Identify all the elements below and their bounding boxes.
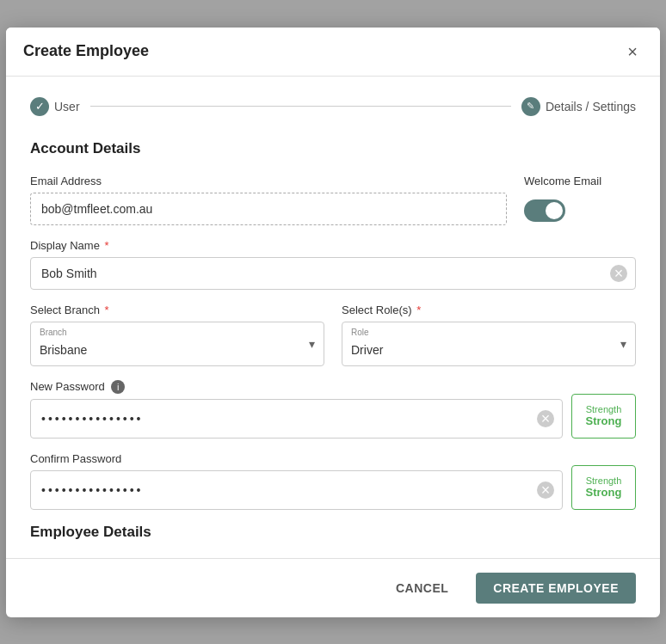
employee-details-title: Employee Details <box>30 524 636 541</box>
branch-role-row: Select Branch * Branch Brisbane ▾ Select… <box>30 304 636 366</box>
display-name-input[interactable] <box>30 257 636 290</box>
confirm-password-clear-button[interactable]: × <box>537 481 554 499</box>
branch-group: Select Branch * Branch Brisbane ▾ <box>30 304 324 366</box>
stepper: ✓ User ✎ Details / Settings <box>30 97 636 116</box>
step-line <box>90 106 511 107</box>
display-name-clear-button[interactable]: × <box>610 265 627 282</box>
branch-label: Select Branch * <box>30 304 324 316</box>
confirm-password-input-wrap: × <box>30 470 563 510</box>
step-1-label: User <box>54 100 80 113</box>
step-1: ✓ User <box>30 97 80 116</box>
modal-footer: CANCEL CREATE EMPLOYEE <box>6 558 660 617</box>
email-input[interactable] <box>30 193 507 225</box>
cancel-button[interactable]: CANCEL <box>382 574 462 602</box>
new-password-input-wrap: × <box>30 399 563 439</box>
welcome-email-label: Welcome Email <box>524 175 601 187</box>
role-chevron-icon: ▾ <box>620 337 626 351</box>
new-password-row: New Password i × Strength Strong <box>30 380 636 439</box>
modal-body: ✓ User ✎ Details / Settings Account Deta… <box>6 77 660 541</box>
display-name-input-wrap: × <box>30 257 636 290</box>
close-button[interactable]: × <box>622 41 643 62</box>
new-password-input[interactable] <box>30 399 563 439</box>
step-2-label: Details / Settings <box>546 100 636 113</box>
confirm-password-label: Confirm Password <box>30 452 563 465</box>
modal-header: Create Employee × <box>6 28 660 77</box>
email-label: Email Address <box>30 175 507 187</box>
modal-title: Create Employee <box>23 42 149 60</box>
branch-select[interactable]: Branch Brisbane ▾ <box>30 322 324 366</box>
role-label: Select Role(s) * <box>342 304 636 316</box>
role-group: Select Role(s) * Role Driver ▾ <box>342 304 636 366</box>
email-welcome-row: Email Address Welcome Email <box>30 175 636 225</box>
step-2: ✎ Details / Settings <box>521 97 636 116</box>
new-password-clear-button[interactable]: × <box>537 410 554 427</box>
create-employee-button[interactable]: CREATE EMPLOYEE <box>476 573 636 604</box>
confirm-password-group: Confirm Password × <box>30 452 563 510</box>
display-name-label: Display Name * <box>30 239 636 252</box>
branch-value: Brisbane <box>40 340 296 357</box>
branch-chevron-icon: ▾ <box>309 337 315 351</box>
password-info-icon: i <box>111 380 125 394</box>
role-select[interactable]: Role Driver ▾ <box>342 322 636 366</box>
confirm-password-input[interactable] <box>30 470 563 510</box>
new-password-label: New Password i <box>30 380 563 394</box>
branch-sublabel: Branch <box>40 328 67 337</box>
new-password-group: New Password i × <box>30 380 563 439</box>
welcome-email-toggle[interactable] <box>524 199 565 222</box>
new-password-strength-value: Strong <box>586 414 622 427</box>
step-2-icon: ✎ <box>521 97 540 116</box>
new-password-strength-badge: Strength Strong <box>571 394 636 439</box>
display-name-group: Display Name * × <box>30 239 636 290</box>
account-details-title: Account Details <box>30 140 636 157</box>
step-1-icon: ✓ <box>30 97 49 116</box>
confirm-password-row: Confirm Password × Strength Strong <box>30 452 636 510</box>
confirm-password-strength-badge: Strength Strong <box>571 465 636 510</box>
create-employee-modal: Create Employee × ✓ User ✎ Details / Set… <box>6 28 660 617</box>
modal-overlay: Create Employee × ✓ User ✎ Details / Set… <box>0 0 666 644</box>
role-value: Driver <box>351 340 607 357</box>
confirm-password-strength-value: Strong <box>586 486 622 499</box>
confirm-password-strength-label: Strength <box>586 475 622 486</box>
email-group: Email Address <box>30 175 507 225</box>
welcome-email-group: Welcome Email <box>524 175 636 222</box>
new-password-strength-label: Strength <box>586 404 622 414</box>
display-name-required: * <box>102 239 109 252</box>
role-sublabel: Role <box>351 328 369 337</box>
